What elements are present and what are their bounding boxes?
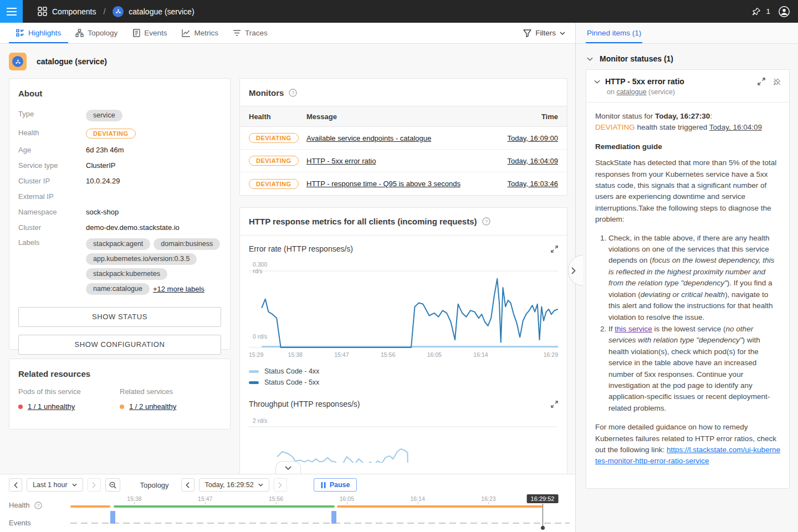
- filters-button[interactable]: Filters: [523, 23, 575, 43]
- pinned-monitor-title[interactable]: HTTP - 5xx error ratio: [605, 77, 753, 86]
- show-configuration-button[interactable]: SHOW CONFIGURATION: [18, 335, 221, 355]
- breadcrumb-components[interactable]: Components: [52, 7, 96, 16]
- help-icon[interactable]: ?: [289, 89, 297, 97]
- time-range-dropdown[interactable]: Last 1 hour: [27, 478, 83, 492]
- pause-button[interactable]: Pause: [314, 478, 357, 492]
- show-status-button[interactable]: SHOW STATUS: [18, 307, 221, 327]
- svg-text:16:29: 16:29: [544, 351, 558, 358]
- label-pill: name:catalogue: [86, 283, 150, 295]
- namespace-value: sock-shop: [86, 208, 119, 216]
- about-card: About Type service Health DEVIATING Age …: [9, 78, 231, 350]
- legend-label-4xx: Status Code - 4xx: [264, 367, 319, 375]
- event-marker[interactable]: [331, 511, 336, 524]
- health-segment-healthy[interactable]: [114, 505, 335, 508]
- monitor-statuses-title: Monitor statuses (1): [600, 54, 673, 63]
- health-label: Health: [18, 129, 86, 139]
- this-service-link[interactable]: this service: [615, 325, 652, 333]
- error-rate-plot: 15:2915:3815:4715:5616:0516:1416:29: [249, 264, 558, 360]
- timeline-tick-mark: [276, 502, 277, 504]
- monitor-time-link[interactable]: Today, 16:03:46: [507, 180, 558, 188]
- user-avatar-icon[interactable]: [778, 6, 790, 18]
- chevron-down-icon: [285, 466, 291, 470]
- services-unhealthy-link[interactable]: 1 / 2 unhealthy: [129, 402, 176, 411]
- throughput-chart[interactable]: 2 rd/s: [249, 420, 558, 463]
- service-type-label: Service type: [18, 161, 86, 170]
- http-metrics-card: HTTP response metrics for all clients (i…: [239, 207, 567, 474]
- health-segment-deviating[interactable]: [70, 505, 110, 508]
- time-back-button[interactable]: [181, 478, 195, 492]
- about-title: About: [18, 89, 221, 98]
- breadcrumb-separator: /: [103, 7, 105, 16]
- range-back-button[interactable]: [9, 478, 22, 492]
- playhead-line[interactable]: [543, 504, 543, 527]
- event-marker[interactable]: [110, 511, 115, 524]
- label-pill: app.kubernetes.io/version:0.3.5: [86, 253, 197, 265]
- pods-unhealthy-link[interactable]: 1 / 1 unhealthy: [28, 402, 75, 411]
- table-row: DEVIATING Available service endpoints - …: [240, 127, 567, 150]
- expand-icon[interactable]: [551, 401, 558, 408]
- pinned-items-panel: Pinned items (1) Monitor statuses (1) HT…: [575, 23, 798, 532]
- throughput-title: Throughput (HTTP responses/s): [249, 400, 360, 408]
- remediation-guide-title: Remediation guide: [595, 141, 780, 152]
- monitor-time-link[interactable]: Today, 16:09:00: [507, 134, 558, 142]
- monitor-link[interactable]: HTTP - response time - Q95 is above 3 se…: [306, 180, 461, 188]
- pin-count: 1: [766, 7, 770, 16]
- monitor-status-line: Monitor status for Today, 16:27:30: DEVI…: [595, 111, 780, 134]
- time-forward-button[interactable]: [274, 478, 287, 492]
- catalogue-link[interactable]: catalogue: [616, 88, 646, 96]
- monitors-table-header: Health Message Time: [240, 106, 567, 127]
- health-badge: DEVIATING: [86, 129, 136, 139]
- hamburger-menu-button[interactable]: [0, 0, 23, 23]
- error-rate-title: Error rate (HTTP responses/s): [249, 244, 353, 253]
- error-rate-chart[interactable]: 0.300 rd/s 0 rd/s 15:2915:3815:4715:5616…: [249, 264, 558, 360]
- tab-traces[interactable]: Traces: [226, 23, 275, 43]
- legend-item: Status Code - 5xx: [249, 378, 558, 386]
- breadcrumb-current[interactable]: catalogue (service): [129, 7, 194, 16]
- zoom-out-button[interactable]: [105, 478, 120, 492]
- monitor-time-link[interactable]: Today, 16:04:09: [507, 157, 558, 165]
- range-forward-button[interactable]: [88, 478, 101, 492]
- legend-label-5xx: Status Code - 5xx: [264, 378, 319, 386]
- tab-highlights[interactable]: Highlights: [9, 23, 68, 43]
- monitors-card: Monitors ? Health Message Time DEVIATING…: [239, 78, 567, 196]
- expand-icon[interactable]: [551, 245, 558, 253]
- chevron-down-icon: [72, 483, 77, 487]
- help-icon[interactable]: ?: [34, 502, 42, 509]
- current-time-dropdown[interactable]: Today, 16:29:52: [199, 478, 269, 492]
- remediation-body: Monitor status for Today, 16:27:30: DEVI…: [586, 103, 789, 473]
- cluster-ip-value: 10.0.24.29: [86, 177, 120, 185]
- svg-text:15:56: 15:56: [381, 351, 395, 358]
- health-segment-deviating[interactable]: [337, 505, 543, 508]
- hamburger-icon: [7, 8, 17, 16]
- triggered-time-link[interactable]: Today, 16:04:09: [709, 123, 762, 131]
- health-axis-label: Health ?: [9, 501, 42, 509]
- chevron-down-icon[interactable]: [594, 80, 600, 84]
- help-icon[interactable]: ?: [482, 217, 490, 226]
- topology-time-label: Topology: [140, 481, 169, 489]
- timeline-collapse-toggle[interactable]: [275, 461, 301, 474]
- events-track: [70, 523, 570, 524]
- label-pill: stackpack:agent: [86, 238, 150, 250]
- tab-events[interactable]: Events: [125, 23, 174, 43]
- monitor-link[interactable]: HTTP - 5xx error ratio: [306, 157, 376, 165]
- tab-pinned-items[interactable]: Pinned items (1): [586, 23, 642, 43]
- highlights-icon: [16, 29, 24, 37]
- service-type-value: ClusterIP: [86, 161, 115, 170]
- top-bar: Components / catalogue (service) 1: [0, 0, 798, 23]
- tab-metrics[interactable]: Metrics: [175, 23, 226, 43]
- monitor-link[interactable]: Available service endpoints - catalogue: [306, 134, 431, 142]
- related-resources-card: Related resources Pods of this service 1…: [9, 359, 231, 429]
- playhead-handle[interactable]: [541, 526, 545, 530]
- label-pill: stackpack:kubernetes: [86, 268, 167, 280]
- remediation-intro: StackState has detected that more than 5…: [595, 157, 780, 225]
- tab-topology[interactable]: Topology: [68, 23, 125, 43]
- table-row: DEVIATING HTTP - 5xx error ratio Today, …: [240, 150, 567, 172]
- unpin-icon[interactable]: [773, 78, 781, 86]
- monitor-statuses-section-header[interactable]: Monitor statuses (1): [587, 54, 798, 63]
- timeline-panel: Last 1 hour Topology Today, 16:29:52 Pau…: [0, 474, 575, 532]
- pinned-items-toggle[interactable]: 1: [752, 7, 770, 16]
- expand-icon[interactable]: [758, 78, 765, 86]
- deviating-state-text: DEVIATING: [595, 123, 635, 131]
- col-message: Message: [306, 112, 484, 121]
- more-labels-link[interactable]: +12 more labels: [153, 285, 204, 293]
